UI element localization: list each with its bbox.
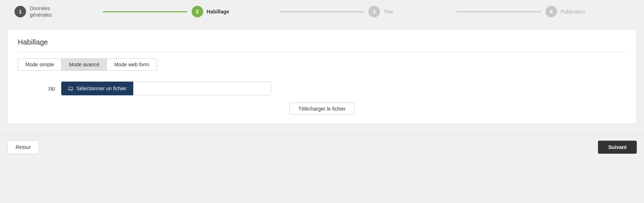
step-3-content: 3 Test [368, 6, 393, 17]
folder-icon: 🗂 [68, 85, 74, 92]
step-3-circle: 3 [368, 6, 380, 17]
step-2: 2 Habillage [192, 6, 276, 17]
step-2-content: 2 Habillage [192, 6, 229, 17]
zip-label: zip: [18, 86, 61, 91]
tab-mode-avance[interactable]: Mode avancé [62, 58, 107, 71]
step-1-circle: 1 [14, 6, 26, 17]
step-4-label: Publication [561, 8, 586, 15]
back-button[interactable]: Retour [7, 140, 39, 154]
upload-row: Télécharger le fichier [18, 103, 626, 115]
step-2-label: Habillage [207, 8, 229, 15]
step-line-2-3 [280, 11, 364, 12]
step-4-content: 4 Publication [545, 6, 586, 17]
card-title: Habillage [18, 38, 626, 52]
stepper: 1 Données générales 2 Habillage 3 Test [0, 0, 644, 23]
tab-mode-webform[interactable]: Mode web form [107, 58, 156, 71]
mode-tabs: Mode simple Mode avancé Mode web form [18, 58, 626, 71]
step-1-label: Données générales [30, 5, 52, 18]
file-input-group: 🗂 Sélectionner un fichier [61, 82, 271, 95]
habillage-card: Habillage Mode simple Mode avancé Mode w… [7, 29, 637, 124]
step-3: 3 Test [368, 6, 452, 17]
zip-form-row: zip: 🗂 Sélectionner un fichier [18, 82, 626, 95]
step-2-circle: 2 [192, 6, 203, 17]
step-1: 1 Données générales [14, 5, 99, 18]
step-4: 4 Publication [545, 6, 630, 17]
tab-mode-simple[interactable]: Mode simple [18, 58, 62, 71]
step-4-circle: 4 [545, 6, 557, 17]
main-area: Habillage Mode simple Mode avancé Mode w… [0, 23, 644, 136]
step-1-content: 1 Données générales [14, 5, 52, 18]
next-button[interactable]: Suivant [598, 141, 637, 154]
select-file-button[interactable]: 🗂 Sélectionner un fichier [61, 82, 133, 95]
step-3-label: Test [384, 8, 393, 15]
step-line-3-4 [457, 11, 541, 12]
footer: Retour Suivant [0, 136, 644, 158]
upload-button[interactable]: Télécharger le fichier [289, 103, 355, 115]
step-line-1-2 [103, 11, 187, 12]
file-name-input[interactable] [133, 82, 271, 95]
